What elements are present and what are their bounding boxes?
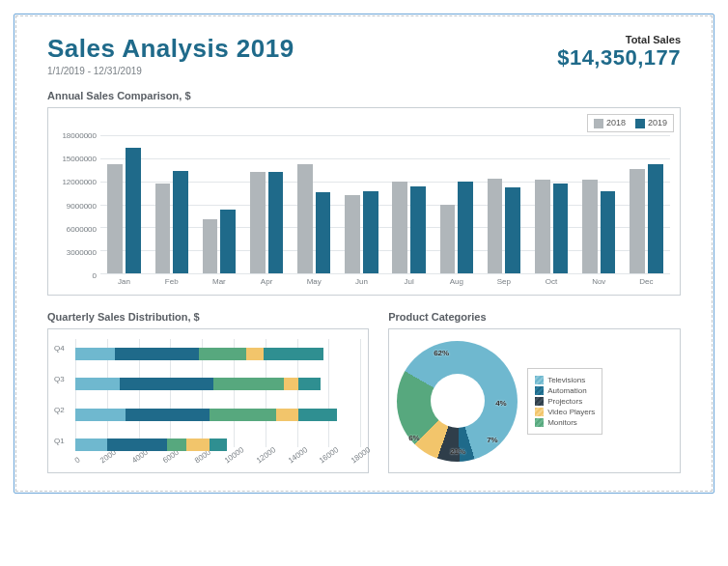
bar-group-feb: Feb bbox=[154, 135, 189, 273]
report-body: Sales Analysis 2019 1/1/2019 - 12/31/201… bbox=[15, 15, 713, 492]
quarterly-segment bbox=[264, 348, 323, 360]
total-sales-label: Total Sales bbox=[557, 34, 681, 45]
quarterly-segment bbox=[167, 439, 186, 451]
bar-2018 bbox=[440, 205, 456, 274]
legend-2018: 2018 bbox=[594, 118, 626, 128]
annual-xtick: Jul bbox=[391, 273, 427, 286]
annual-ytick: 0 bbox=[48, 271, 97, 280]
quarterly-ytick: Q4 bbox=[54, 344, 65, 353]
report-frame: Sales Analysis 2019 1/1/2019 - 12/31/201… bbox=[14, 14, 714, 494]
annual-plot-area: JanFebMarAprMayJunJulAugSepOctNovDec bbox=[100, 135, 670, 273]
bar-group-mar: Mar bbox=[201, 135, 237, 273]
annual-ytick: 18000000 bbox=[48, 131, 97, 140]
bar-2019 bbox=[505, 187, 520, 273]
bar-2018 bbox=[345, 195, 360, 273]
bar-group-aug: Aug bbox=[438, 135, 474, 273]
donut-percent-label: 21% bbox=[450, 447, 465, 456]
header: Sales Analysis 2019 1/1/2019 - 12/31/201… bbox=[47, 34, 681, 76]
quarterly-segment bbox=[75, 409, 126, 421]
donut-percent-label: 4% bbox=[495, 399, 507, 408]
bar-2019 bbox=[601, 191, 616, 273]
bar-2019 bbox=[458, 182, 473, 273]
annual-legend: 2018 2019 bbox=[587, 114, 674, 132]
quarterly-segment bbox=[284, 378, 298, 390]
quarterly-segment bbox=[199, 348, 246, 360]
annual-title: Annual Sales Comparison, $ bbox=[47, 90, 681, 101]
quarterly-segment bbox=[210, 409, 276, 421]
annual-xtick: Aug bbox=[438, 273, 474, 286]
quarterly-segment bbox=[75, 378, 120, 390]
bar-2018 bbox=[392, 182, 407, 273]
donut-hole bbox=[431, 374, 485, 428]
annual-xtick: Apr bbox=[248, 273, 284, 286]
categories-chart: 62%4%7%21%6% TelevisionsAutomationProjec… bbox=[388, 328, 681, 473]
quarterly-plot-area: 0200040006000800010000120001400016000180… bbox=[75, 339, 360, 447]
quarterly-xtick: 14000 bbox=[286, 445, 308, 465]
quarterly-segment bbox=[210, 439, 227, 451]
quarterly-segment bbox=[115, 348, 199, 360]
categories-title: Product Categories bbox=[388, 311, 681, 323]
bar-2018 bbox=[582, 180, 598, 273]
quarterly-bar-q3 bbox=[75, 378, 321, 390]
category-legend-item: Automation bbox=[535, 386, 595, 395]
bar-group-dec: Dec bbox=[629, 135, 664, 273]
legend-swatch-icon bbox=[535, 418, 544, 427]
categories-legend: TelevisionsAutomationProjectorsVideo Pla… bbox=[527, 368, 602, 435]
donut-percent-label: 62% bbox=[434, 349, 449, 357]
quarterly-bar-q2 bbox=[75, 409, 337, 421]
quarterly-title: Quarterly Sales Distribution, $ bbox=[47, 311, 369, 323]
annual-xtick: Mar bbox=[201, 273, 237, 286]
bottom-row: Quarterly Sales Distribution, $ 02000400… bbox=[47, 297, 681, 473]
bar-2018 bbox=[297, 164, 313, 273]
donut-percent-label: 6% bbox=[408, 434, 420, 442]
category-legend-item: Monitors bbox=[535, 418, 595, 427]
bar-2018 bbox=[155, 184, 171, 273]
legend-swatch-icon bbox=[535, 386, 544, 395]
legend-label: Monitors bbox=[547, 418, 577, 427]
donut-box: 62%4%7%21%6% bbox=[397, 341, 518, 462]
annual-ytick: 15000000 bbox=[48, 155, 97, 163]
bar-2018 bbox=[488, 179, 503, 274]
legend-swatch-icon bbox=[535, 408, 544, 416]
annual-xtick: Jun bbox=[344, 273, 379, 286]
bar-2019 bbox=[268, 172, 284, 273]
quarterly-xtick: 0 bbox=[73, 455, 82, 465]
bar-2019 bbox=[648, 164, 663, 273]
donut-percent-label: 7% bbox=[487, 436, 498, 444]
bar-2019 bbox=[363, 191, 378, 273]
quarterly-segment bbox=[186, 439, 210, 451]
bar-group-sep: Sep bbox=[486, 135, 521, 273]
bar-2018 bbox=[107, 164, 123, 273]
quarterly-segment bbox=[75, 348, 115, 360]
quarterly-xtick: 12000 bbox=[255, 445, 277, 465]
bar-2018 bbox=[203, 219, 218, 273]
annual-ytick: 9000000 bbox=[48, 201, 97, 210]
bar-2019 bbox=[316, 192, 331, 273]
quarterly-segment bbox=[298, 409, 336, 421]
quarterly-xtick: 18000 bbox=[350, 445, 372, 465]
quarterly-xtick: 16000 bbox=[318, 445, 340, 465]
quarterly-segment bbox=[120, 378, 213, 390]
date-range: 1/1/2019 - 12/31/2019 bbox=[47, 66, 294, 76]
bar-2019 bbox=[553, 184, 569, 273]
annual-ytick: 3000000 bbox=[48, 247, 97, 256]
quarterly-segment bbox=[107, 439, 167, 451]
bar-2019 bbox=[173, 171, 188, 273]
bar-2018 bbox=[250, 172, 266, 273]
quarterly-segment bbox=[126, 409, 210, 421]
quarterly-segment bbox=[213, 378, 285, 390]
quarterly-ytick: Q3 bbox=[54, 375, 65, 383]
title-block: Sales Analysis 2019 1/1/2019 - 12/31/201… bbox=[47, 34, 294, 76]
quarterly-segment bbox=[75, 439, 107, 451]
annual-xtick: Jan bbox=[106, 273, 142, 286]
category-legend-item: Televisions bbox=[535, 376, 595, 384]
bar-group-nov: Nov bbox=[581, 135, 617, 273]
annual-xtick: Feb bbox=[154, 273, 189, 286]
bar-group-jan: Jan bbox=[106, 135, 142, 273]
bar-2019 bbox=[220, 210, 236, 273]
quarterly-bar-q1 bbox=[75, 439, 227, 451]
bar-group-oct: Oct bbox=[533, 135, 569, 273]
bar-2019 bbox=[126, 148, 141, 273]
total-sales-block: Total Sales $14,350,177 bbox=[557, 34, 681, 71]
annual-xtick: Oct bbox=[533, 273, 569, 286]
